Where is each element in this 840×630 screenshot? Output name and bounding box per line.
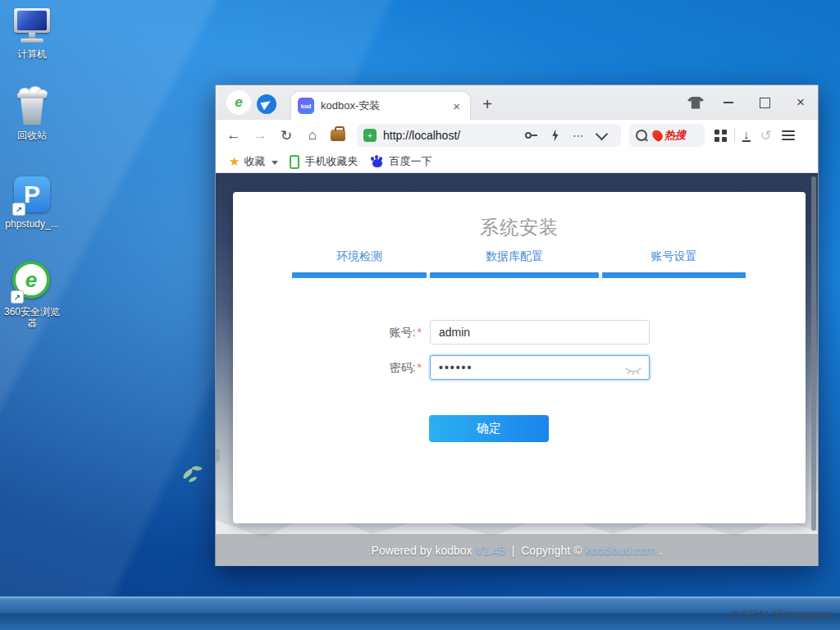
desktop-icon-phpstudy[interactable]: P ↗ phpstudy_... — [1, 176, 63, 230]
powered-by-text: Powered by kodbox — [372, 544, 476, 557]
required-mark: * — [418, 326, 422, 339]
browser-window: e kod kodbox-安装 × + × ← → ↻ ⌂ + http://l… — [215, 84, 819, 566]
desktop: 计算机 回收站 P ↗ phpstudy_... e ↗ 360安全浏览器 e … — [0, 0, 840, 630]
step-env-check[interactable]: 环境检测 — [292, 249, 427, 264]
shortcut-arrow-icon: ↗ — [12, 203, 25, 216]
baidu-paw-icon — [371, 155, 384, 168]
copyright-text: Copyright © — [521, 544, 585, 557]
side-panel-handle[interactable] — [216, 449, 220, 462]
undo-button[interactable]: ↺ — [760, 127, 772, 144]
page-scrollbar[interactable] — [811, 176, 816, 531]
bookmark-baidu[interactable]: 百度一下 — [389, 154, 431, 169]
computer-icon — [11, 7, 53, 46]
password-form-row: 密码:* — [233, 355, 806, 380]
search-icon — [636, 130, 647, 141]
chevron-down-icon[interactable] — [596, 128, 609, 141]
refresh-button[interactable]: ↻ — [273, 127, 299, 144]
back-button[interactable]: ← — [221, 127, 247, 144]
step-account-setup[interactable]: 账号设置 — [602, 249, 746, 264]
bookmark-favorites[interactable]: 收藏 — [244, 154, 265, 169]
apps-grid-icon[interactable] — [714, 130, 727, 142]
hot-search-label[interactable]: 热搜 — [664, 128, 686, 143]
360-browser-icon: e ↗ — [11, 261, 53, 304]
download-button[interactable]: ↓ — [742, 129, 751, 142]
account-input[interactable] — [430, 320, 650, 345]
maximize-button[interactable] — [751, 92, 778, 113]
page-content: 系统安装 环境检测 数据库配置 账号设置 账号:* 密码:* — [216, 173, 818, 566]
tab-title: kodbox-安装 — [321, 98, 450, 113]
required-mark: * — [418, 361, 422, 374]
toolbar-divider — [734, 128, 735, 143]
recycle-bin-icon — [12, 86, 52, 127]
eye-closed-icon[interactable] — [625, 363, 641, 378]
more-options-icon[interactable]: ⋯ — [573, 130, 585, 142]
version-text: V1.45 — [475, 544, 505, 557]
password-input[interactable] — [430, 355, 650, 380]
360-browser-logo-icon[interactable]: e — [226, 90, 251, 115]
account-label: 账号:* — [282, 320, 422, 345]
menu-icon[interactable] — [782, 128, 795, 143]
kodbox-favicon: kod — [298, 98, 314, 114]
desktop-icon-recycle-bin[interactable]: 回收站 — [1, 86, 63, 141]
desktop-icon-computer[interactable]: 计算机 — [1, 7, 63, 60]
browser-tab[interactable]: kod kodbox-安装 × — [291, 92, 470, 120]
desktop-icon-label: phpstudy_... — [1, 218, 63, 230]
close-button[interactable]: × — [787, 92, 815, 113]
desktop-icon-label: 360安全浏览器 — [2, 306, 62, 329]
install-card: 系统安装 环境检测 数据库配置 账号设置 账号:* 密码:* — [233, 192, 806, 523]
password-label: 密码:* — [282, 355, 422, 380]
skin-button[interactable] — [682, 92, 710, 113]
desktop-icon-label: 计算机 — [1, 48, 63, 60]
step-progress-bar — [602, 272, 746, 278]
flame-icon — [651, 128, 665, 143]
step-progress-bar — [430, 272, 599, 278]
security-shield-icon: + — [363, 129, 377, 142]
confirm-button[interactable]: 确定 — [429, 415, 549, 442]
new-tab-button[interactable]: + — [477, 95, 498, 114]
account-form-row: 账号:* — [233, 320, 806, 345]
paper-plane-icon[interactable] — [257, 94, 276, 114]
briefcase-icon[interactable] — [331, 130, 345, 141]
wallpaper-sprout-decoration — [182, 464, 203, 492]
bookmark-mobile-favorites[interactable]: 手机收藏夹 — [304, 154, 358, 169]
desktop-icon-label: 回收站 — [1, 130, 63, 141]
star-icon: ★ — [229, 154, 240, 169]
caret-down-icon[interactable] — [272, 161, 278, 165]
kodcloud-link[interactable]: kodcloud.com — [585, 544, 655, 557]
taskbar: e P 19:54 2023/11/4 — [0, 596, 840, 630]
lightning-icon[interactable] — [551, 130, 559, 142]
page-title: 系统安装 — [233, 215, 806, 240]
step-db-config[interactable]: 数据库配置 — [430, 249, 599, 264]
tshirt-icon — [687, 97, 704, 109]
browser-titlebar: e kod kodbox-安装 × + × — [216, 85, 818, 120]
minimize-button[interactable] — [714, 92, 742, 113]
bookmarks-bar: ★ 收藏 手机收藏夹 百度一下 — [216, 151, 818, 173]
page-footer: Powered by kodbox V1.45 | Copyright © ko… — [216, 534, 818, 566]
phone-icon — [290, 155, 299, 169]
address-bar[interactable]: + http://localhost/ ⋯ — [357, 124, 621, 147]
forward-button[interactable]: → — [247, 127, 273, 144]
phpstudy-icon: P ↗ — [12, 176, 52, 216]
tab-close-icon[interactable]: × — [450, 99, 463, 113]
url-text[interactable]: http://localhost/ — [383, 129, 518, 142]
home-button[interactable]: ⌂ — [299, 127, 326, 144]
step-progress-bar — [292, 272, 427, 278]
desktop-icon-360-browser[interactable]: e ↗ 360安全浏览器 — [1, 261, 63, 329]
browser-toolbar: ← → ↻ ⌂ + http://localhost/ ⋯ 热搜 ↓ ↺ — [216, 120, 818, 151]
shortcut-arrow-icon: ↗ — [11, 290, 24, 304]
search-box[interactable]: 热搜 — [629, 124, 705, 147]
password-key-icon[interactable] — [525, 132, 536, 139]
